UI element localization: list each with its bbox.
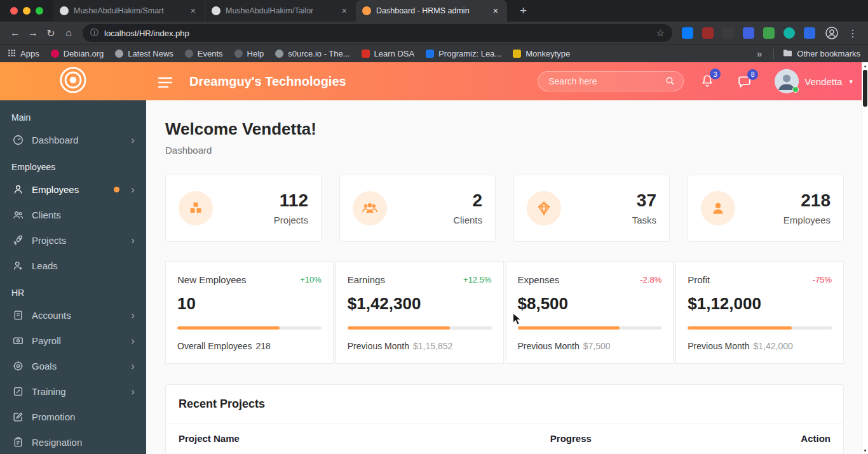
stat-card-projects: 112 Projects [165, 175, 322, 242]
progress-bar [177, 326, 322, 330]
sidebar-item-label: Dashboard [32, 135, 78, 145]
user-avatar [775, 69, 799, 93]
metric-footer-label: Previous Month [348, 341, 409, 351]
hrms-favicon [362, 6, 371, 15]
messages-button[interactable]: 8 [737, 74, 752, 89]
bookmark-item[interactable]: s0urce.io - The... [275, 49, 349, 58]
url-text[interactable]: localhost/HR/index.php [104, 29, 651, 38]
minimize-window-button[interactable] [23, 7, 31, 15]
sidebar-item-resignation[interactable]: Resignation [0, 429, 146, 454]
search-icon[interactable] [665, 76, 675, 89]
target-icon [11, 360, 24, 372]
user-menu[interactable]: Vendetta ▾ [775, 69, 853, 93]
bookmark-label: s0urce.io - The... [288, 49, 349, 58]
stat-value: 37 [632, 191, 656, 211]
address-bar[interactable]: ⓘ localhost/HR/index.php ☆ [83, 24, 672, 42]
metric-footer-value: $1,15,852 [413, 341, 452, 351]
diamond-icon [527, 191, 561, 225]
sidebar-item-training[interactable]: Training › [0, 378, 146, 404]
browser-profile-icon[interactable] [824, 25, 839, 41]
sidebar-item-goals[interactable]: Goals › [0, 353, 146, 378]
chevron-right-icon: › [131, 135, 135, 145]
bookmark-star-icon[interactable]: ☆ [656, 27, 665, 39]
extension-icon[interactable] [743, 27, 754, 39]
back-icon[interactable]: ← [6, 24, 24, 42]
sidebar-section-label: HR [0, 278, 146, 302]
chevron-right-icon: › [131, 184, 135, 195]
tab-close-icon[interactable]: × [491, 5, 501, 17]
metric-footer-label: Previous Month [518, 341, 580, 351]
scrollbar-thumb[interactable] [863, 70, 867, 107]
browser-tab[interactable]: MusheAbdulHakim/Smart × [53, 0, 205, 22]
extension-icon[interactable] [702, 27, 714, 39]
sidebar-item-clients[interactable]: Clients [0, 202, 146, 227]
dashboard-content: Welcome Vendetta! Dashboard 112 Projects [146, 100, 868, 454]
scroll-down-icon[interactable]: ▼ [864, 447, 867, 454]
help-favicon [234, 50, 243, 58]
sidebar-item-leads[interactable]: Leads [0, 253, 146, 278]
stat-value: 112 [274, 191, 308, 211]
events-favicon [185, 50, 193, 58]
stat-value: 218 [783, 191, 831, 211]
new-tab-button[interactable]: + [515, 4, 532, 18]
other-bookmarks-button[interactable]: Other bookmarks [773, 49, 860, 59]
sidebar-item-projects[interactable]: Projects › [0, 227, 146, 253]
sidebar-toggle-icon[interactable] [158, 75, 173, 88]
page-scrollbar[interactable]: ▲ ▼ [862, 62, 868, 454]
sidebar-item-label: Goals [32, 361, 57, 371]
learndsa-favicon [362, 50, 370, 58]
bookmark-item[interactable]: Latest News [115, 49, 173, 58]
extension-icon[interactable] [763, 27, 775, 39]
close-window-button[interactable] [10, 7, 18, 15]
bookmark-item[interactable]: Programiz: Lea... [426, 49, 501, 58]
sidebar-item-label: Accounts [32, 310, 71, 321]
logo-area[interactable] [0, 62, 146, 100]
s0urce-favicon [275, 50, 283, 58]
stat-label: Projects [274, 215, 308, 225]
sidebar-item-payroll[interactable]: Payroll › [0, 328, 146, 353]
bookmark-label: Help [247, 49, 264, 58]
metric-footer-value: $1,42,000 [754, 341, 793, 351]
forward-icon[interactable]: → [24, 24, 42, 42]
metric-cards: New Employees +10% 10 Overall Employees … [165, 261, 844, 364]
tab-close-icon[interactable]: × [339, 5, 349, 17]
notifications-button[interactable]: 3 [700, 74, 714, 89]
scroll-up-icon[interactable]: ▲ [864, 62, 867, 69]
extension-icon[interactable] [804, 27, 815, 39]
sidebar-item-employees[interactable]: Employees › [0, 177, 146, 202]
tab-strip: MusheAbdulHakim/Smart × MusheAbdulHakim/… [0, 0, 868, 22]
browser-tab-active[interactable]: Dashboard - HRMS admin × [356, 0, 507, 22]
sidebar-item-label: Resignation [32, 437, 82, 448]
extension-icon[interactable] [783, 27, 795, 39]
users-group-icon [353, 191, 387, 225]
home-icon[interactable]: ⌂ [60, 24, 78, 42]
column-progress: Progress [550, 433, 720, 444]
tab-title: MusheAbdulHakim/Tailor [226, 6, 334, 15]
sidebar-item-dashboard[interactable]: Dashboard › [0, 127, 146, 152]
browser-menu-icon[interactable]: ⋮ [844, 24, 862, 42]
bookmark-item[interactable]: Events [185, 49, 223, 58]
bookmark-label: Learn DSA [374, 49, 415, 58]
sidebar-item-promotion[interactable]: Promotion [0, 404, 146, 429]
programiz-favicon [426, 50, 434, 58]
zoom-window-button[interactable] [36, 7, 43, 15]
sidebar-item-accounts[interactable]: Accounts › [0, 302, 146, 328]
bookmark-item[interactable]: Help [234, 49, 264, 58]
metric-card-profit: Profit -75% $1,12,000 Previous Month $1,… [675, 261, 844, 364]
bookmark-item[interactable]: Debian.org [51, 49, 104, 58]
site-info-icon[interactable]: ⓘ [90, 27, 98, 39]
reload-icon[interactable]: ↻ [42, 24, 60, 42]
browser-tab[interactable]: MusheAbdulHakim/Tailor × [205, 0, 356, 22]
progress-fill [348, 326, 450, 330]
bookmarks-overflow-icon[interactable]: » [757, 48, 762, 59]
extension-icon[interactable] [722, 27, 734, 39]
bookmark-item[interactable]: Learn DSA [362, 49, 415, 58]
progress-fill [177, 326, 280, 330]
tab-close-icon[interactable]: × [188, 5, 198, 17]
progress-bar [348, 326, 492, 330]
search-input[interactable] [538, 71, 684, 91]
extension-icon[interactable] [682, 27, 693, 39]
apps-shortcut[interactable]: Apps [8, 49, 39, 59]
bookmark-item[interactable]: Monkeytype [513, 49, 570, 58]
metric-title: Earnings [348, 274, 385, 285]
